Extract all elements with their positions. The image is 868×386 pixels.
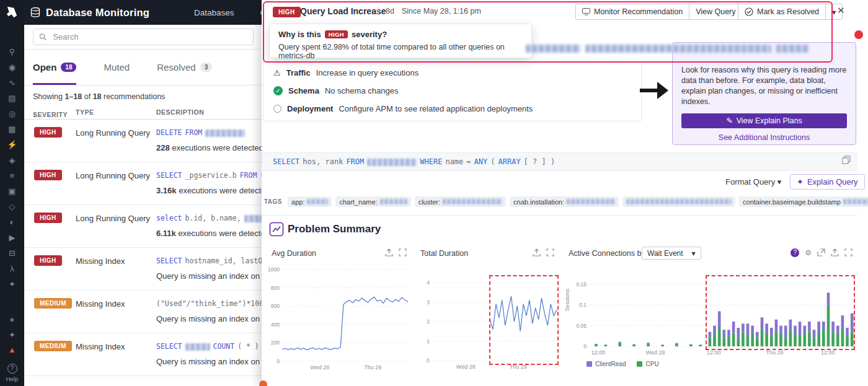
- export-icon[interactable]: [831, 248, 839, 257]
- rocket-icon[interactable]: ▲: [6, 345, 19, 355]
- svg-text:0.1: 0.1: [579, 302, 587, 308]
- recommendation-type: Missing Index: [76, 342, 125, 351]
- text-segment: name: [445, 157, 463, 166]
- results-summary: Showing 1–18 of 18 recommendations: [33, 92, 165, 101]
- expand-icon[interactable]: [399, 248, 407, 257]
- serverless-icon[interactable]: λ: [6, 264, 19, 274]
- ci-icon[interactable]: ▶: [6, 233, 19, 243]
- column-description: DESCRIPTION: [156, 108, 204, 116]
- text-segment: 3.16k: [156, 186, 177, 195]
- chart-total-duration: Total Duration 01234Wed 28Thu 29: [414, 245, 562, 377]
- text-segment: executions were detected wit: [170, 143, 276, 152]
- tag-pill[interactable]: [622, 196, 735, 207]
- help-icon[interactable]: ?: [7, 364, 17, 374]
- synthetics-icon[interactable]: ◇: [6, 202, 19, 212]
- monitors-icon[interactable]: ◎: [6, 109, 19, 119]
- legend-item[interactable]: ClientRead: [587, 361, 626, 367]
- tab-count-badge: 3: [200, 63, 213, 72]
- severity-badge: MEDIUM: [34, 341, 72, 351]
- recommendation-detail-panel: HIGH Query Load Increase | 8d Since May …: [262, 0, 868, 386]
- workflows-icon[interactable]: ✦: [6, 279, 19, 289]
- expand-icon[interactable]: [844, 248, 852, 257]
- text-segment: b.id, b.name,: [185, 214, 241, 222]
- wait-event-select[interactable]: Wait Event▾: [642, 247, 701, 260]
- tag-pill[interactable]: app:: [288, 196, 332, 207]
- security-icon[interactable]: ▣: [6, 186, 19, 196]
- annotation-dot: [854, 30, 863, 39]
- tab-count-badge: 18: [61, 63, 76, 72]
- paw-icon[interactable]: ✶: [6, 315, 19, 325]
- chart-active-connections: Active Connections by Wait Event▾ ? ⚙ Se…: [563, 245, 856, 377]
- tooltip-body: Query spent 62.98% of total time compare…: [278, 43, 523, 60]
- tab-muted[interactable]: Muted: [104, 50, 130, 85]
- text-segment: SELECT: [156, 257, 182, 265]
- text-segment: Query is missing an index on: [156, 271, 262, 281]
- help-circle-icon[interactable]: ?: [790, 248, 799, 257]
- copy-query-icon[interactable]: [842, 156, 851, 167]
- monitor-icon: [582, 8, 590, 15]
- tag-pill[interactable]: cluster:: [415, 196, 506, 207]
- rum-icon[interactable]: ◐: [6, 217, 19, 227]
- network-icon[interactable]: ◈: [6, 156, 19, 165]
- expand-icon[interactable]: [546, 248, 554, 257]
- recommendation-type: Long Running Query: [76, 171, 150, 180]
- explain-query-button[interactable]: ✦ Explain Query: [790, 174, 865, 190]
- monitor-recommendation-button[interactable]: Monitor Recommendation: [575, 4, 689, 20]
- svg-text:Thu 29: Thu 29: [510, 364, 527, 370]
- infrastructure-icon[interactable]: ▦: [6, 125, 19, 134]
- severity-badge: HIGH: [273, 6, 301, 17]
- recommendation-type: Long Running Query: [76, 214, 150, 223]
- warning-icon: ⚠: [273, 68, 281, 77]
- tags-label: TAGS: [264, 198, 282, 205]
- search-box[interactable]: [33, 29, 254, 45]
- gear-icon[interactable]: ⚙: [805, 249, 812, 257]
- sparkle-icon[interactable]: ✦: [6, 330, 19, 340]
- datadog-logo-icon[interactable]: [4, 4, 20, 20]
- text-segment: hostname_id, lastOf: [185, 257, 267, 265]
- search-input[interactable]: [51, 32, 247, 42]
- additional-instructions-link[interactable]: See Additional Instructions: [681, 133, 847, 142]
- tooltip-severity-badge: HIGH: [325, 30, 348, 38]
- text-segment: select: [156, 214, 182, 222]
- redacted-text: [443, 199, 502, 204]
- format-query-dropdown[interactable]: Format Query ▾: [725, 177, 781, 186]
- svg-text:800: 800: [271, 285, 280, 291]
- events-icon[interactable]: ▤: [6, 94, 19, 103]
- database-icon[interactable]: ⊟: [6, 248, 19, 258]
- export-icon[interactable]: [385, 248, 393, 257]
- search-icon[interactable]: ⚲: [6, 47, 19, 57]
- svg-text:2: 2: [427, 318, 430, 325]
- watchdog-icon[interactable]: ◉: [6, 63, 19, 72]
- text-segment: ARRAY: [498, 157, 520, 166]
- metrics-icon[interactable]: ∿: [6, 78, 19, 88]
- apm-icon[interactable]: ⚡: [6, 140, 19, 150]
- redacted-text: [307, 199, 328, 204]
- guidance-text: Look for reasons why this query is readi…: [681, 65, 847, 107]
- svg-text:0: 0: [277, 358, 280, 364]
- share-icon[interactable]: [817, 248, 825, 257]
- text-segment: ANY: [474, 157, 488, 166]
- checklist-item-schema: ✓SchemaNo schema changes: [273, 86, 398, 95]
- redacted-text: [367, 159, 417, 166]
- legend-item[interactable]: CPU: [637, 361, 658, 367]
- redacted-text: [843, 199, 868, 204]
- tooltip-prefix: Why is this: [278, 30, 321, 39]
- mark-resolved-button[interactable]: Mark as Resolved: [738, 4, 826, 20]
- tab-open[interactable]: Open18: [33, 50, 76, 85]
- tags-row: TAGS app:chart_name:cluster:cnab.install…: [264, 196, 857, 207]
- export-icon[interactable]: [533, 248, 541, 257]
- view-explain-plans-button[interactable]: ✎ View Explain Plans: [681, 113, 847, 128]
- close-panel-button[interactable]: ✕: [837, 5, 845, 16]
- text-segment: SELECT: [156, 171, 182, 180]
- tag-pill[interactable]: cnab.installation:: [510, 196, 619, 207]
- logs-icon[interactable]: ≡: [6, 171, 19, 181]
- check-circle-icon: [745, 7, 753, 16]
- view-query-button[interactable]: View Query: [689, 4, 742, 20]
- tag-pill[interactable]: chart_name:: [335, 196, 410, 207]
- severity-badge: HIGH: [34, 127, 62, 138]
- svg-text:400: 400: [271, 322, 280, 328]
- tab-resolved[interactable]: Resolved3: [157, 50, 212, 85]
- nav-databases[interactable]: Databases: [194, 8, 234, 17]
- tag-pill[interactable]: container.baseimage.buildstamp: [739, 196, 868, 207]
- severity-badge: HIGH: [34, 170, 62, 180]
